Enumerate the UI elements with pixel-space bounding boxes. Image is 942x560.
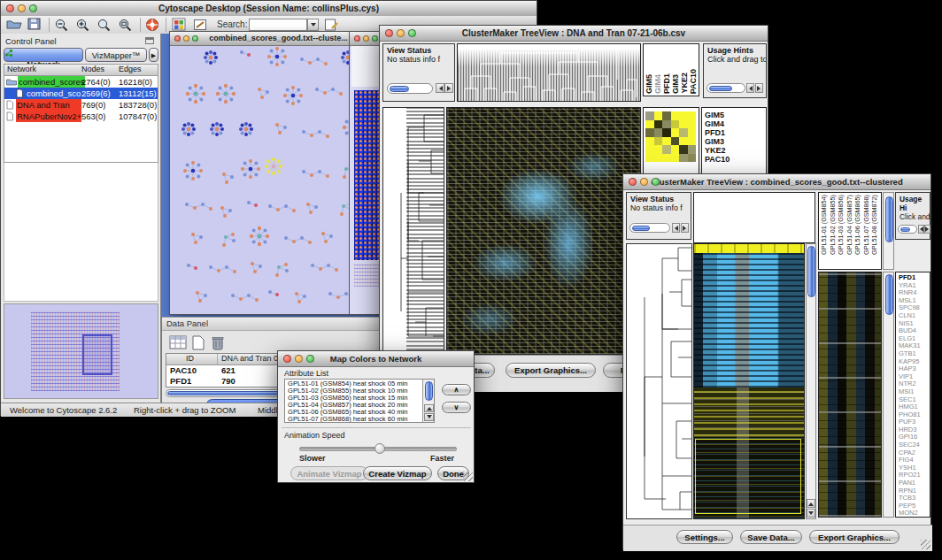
scroll-up-arrow[interactable] [424, 404, 434, 412]
gene-row-label[interactable]: GIM3 [702, 137, 766, 146]
matrix-cell[interactable] [662, 111, 671, 120]
gene-row-label[interactable]: GIM4 [702, 119, 766, 128]
treeview1-title-bar[interactable]: ClusterMaker TreeView : DNA and Tran 07-… [380, 26, 768, 42]
similarity-matrix[interactable] [645, 111, 696, 162]
gene-column-label[interactable]: PAC10 [689, 69, 698, 94]
array-column-label[interactable]: GPL51-08 (GSM872) [870, 195, 879, 255]
matrix-cell[interactable] [688, 128, 697, 137]
view-status-hscrollbar[interactable] [387, 83, 433, 94]
matrix-cell[interactable] [688, 145, 697, 154]
matrix-cell[interactable] [654, 137, 663, 146]
search-input[interactable] [249, 19, 307, 31]
treeview1-heatmap[interactable] [446, 107, 641, 355]
new-attribute-icon[interactable] [192, 335, 205, 350]
overview-viewport-rect[interactable] [82, 334, 112, 375]
scrollbar-thumb[interactable] [885, 196, 893, 242]
slider-thumb[interactable] [374, 443, 385, 454]
scroll-right-arrow[interactable] [681, 223, 689, 233]
scrollbar-thumb[interactable] [425, 381, 433, 401]
minimize-icon[interactable] [183, 35, 189, 42]
tab-vizmapper[interactable]: VizMapper™ [85, 48, 147, 62]
matrix-cell[interactable] [679, 111, 688, 120]
matrix-cell[interactable] [662, 128, 671, 137]
usage-hints-hscrollbar[interactable] [898, 225, 917, 234]
zoom-window-button[interactable] [408, 29, 416, 37]
scrollbar-thumb[interactable] [807, 246, 815, 297]
close-button[interactable] [629, 178, 637, 186]
attribute-select-icon[interactable] [169, 335, 187, 350]
search-config-icon[interactable] [324, 18, 339, 32]
matrix-cell[interactable] [671, 145, 680, 154]
matrix-cell[interactable] [662, 154, 671, 163]
zoom-window-button[interactable] [29, 4, 37, 12]
scrollbar-thumb[interactable] [632, 226, 650, 231]
minimize-button[interactable] [295, 355, 303, 363]
scroll-up-arrow[interactable] [807, 499, 815, 508]
matrix-cell[interactable] [654, 145, 663, 154]
table-row[interactable]: RNAPuberNov2+I 563(0) 107847(0) [4, 111, 158, 122]
matrix-cell[interactable] [679, 154, 688, 163]
animate-vizmap-button[interactable]: Animate Vizmap [290, 466, 368, 480]
resize-grip[interactable] [463, 472, 473, 481]
settings-button[interactable]: Settings... [676, 530, 733, 544]
minimize-button[interactable] [18, 4, 26, 12]
array-column-label[interactable]: GPL51-06 (GSM865) [853, 195, 862, 255]
gene-row-label[interactable]: PFD1 [702, 128, 766, 137]
scroll-left-arrow[interactable] [672, 223, 680, 233]
vizmapper-palette-icon[interactable] [172, 18, 187, 32]
matrix-cell[interactable] [679, 120, 688, 129]
create-vizmap-button[interactable]: Create Vizmap [363, 466, 432, 480]
gene-label-list[interactable]: PFD1YRA1RNR4MSL1SPC98CLN1NIS1BUD4ELG1MAK… [895, 272, 930, 518]
move-up-button[interactable]: ∧ [442, 384, 471, 395]
matrix-cell[interactable] [671, 128, 680, 137]
scrollbar-thumb[interactable] [390, 86, 409, 92]
matrix-cell[interactable] [671, 137, 680, 146]
row-dendrogram[interactable] [382, 107, 444, 355]
close-button[interactable] [283, 355, 291, 363]
scroll-left-arrow[interactable] [918, 225, 924, 234]
close-button[interactable] [6, 4, 14, 12]
minimize-button[interactable] [397, 29, 405, 37]
close-icon[interactable] [354, 35, 360, 42]
gene-column-label[interactable]: GIM3 [671, 74, 680, 94]
export-graphics-button[interactable]: Export Graphics... [809, 530, 900, 544]
scrollbar-thumb[interactable] [709, 86, 732, 91]
scroll-down-arrow[interactable] [424, 413, 434, 421]
usage-hints-hscrollbar[interactable] [706, 83, 745, 93]
zoomed-heatmap-vscrollbar[interactable] [883, 272, 894, 518]
matrix-cell[interactable] [679, 137, 688, 146]
matrix-cell[interactable] [688, 111, 697, 120]
move-down-button[interactable]: ∨ [442, 402, 471, 413]
matrix-cell[interactable] [688, 137, 697, 146]
matrix-cell[interactable] [645, 154, 654, 163]
float-panel-icon[interactable] [145, 37, 154, 44]
gene-column-label[interactable]: GIM5 [645, 74, 653, 94]
animation-speed-slider[interactable] [299, 447, 457, 451]
scroll-right-arrow[interactable] [755, 83, 763, 93]
tab-network[interactable]: Network [4, 48, 83, 62]
scroll-left-arrow[interactable] [436, 83, 444, 93]
matrix-cell[interactable] [654, 111, 663, 120]
matrix-cell[interactable] [679, 128, 688, 137]
matrix-cell[interactable] [662, 120, 671, 129]
save-data-button[interactable]: Save Data... [740, 530, 802, 544]
gene-column-label[interactable]: PFD1 [662, 73, 671, 94]
gene-row-label[interactable]: PAC10 [702, 155, 766, 164]
matrix-cell[interactable] [645, 120, 654, 129]
array-column-label[interactable]: GPL51-03 (GSM856) [837, 195, 845, 255]
scroll-right-arrow[interactable] [924, 225, 930, 234]
annotation-icon[interactable] [193, 18, 208, 32]
gene-column-label[interactable]: GIM4 [653, 74, 662, 94]
tab-overflow-button[interactable]: ▶ [149, 48, 158, 62]
matrix-cell[interactable] [645, 128, 654, 137]
dialog-title-bar[interactable]: Map Colors to Network [278, 351, 474, 367]
network-overview-panel[interactable] [4, 303, 158, 399]
delete-attribute-icon[interactable] [212, 335, 224, 350]
view-status-hscrollbar[interactable] [629, 223, 670, 233]
export-graphics-button[interactable]: Export Graphics... [506, 363, 596, 378]
heatmap-vscrollbar[interactable] [806, 243, 816, 519]
array-column-label[interactable]: GPL51-01 (GSM854) [820, 195, 829, 255]
minimize-icon[interactable] [363, 35, 369, 42]
attribute-listbox[interactable]: GPL51-01 (GSM854) heat shock 05 minGPL51… [284, 379, 435, 423]
array-column-label[interactable]: GPL51-02 (GSM855) [829, 195, 838, 255]
